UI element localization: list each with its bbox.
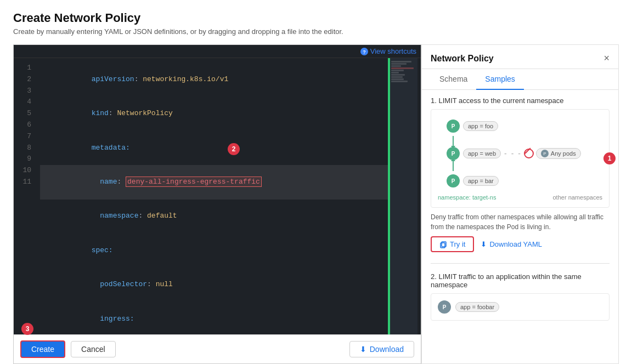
tab-samples[interactable]: Samples [476,69,523,90]
editor-accent [388,58,390,334]
sample-1-actions: Try it ⬇ Download YAML [431,236,610,252]
view-shortcuts-link[interactable]: ? View shortcuts [360,47,416,55]
pod-bar-p-icon: P [447,174,460,187]
arrow-foo-web [453,136,454,147]
panel-header: Network Policy × [422,45,618,69]
divider [431,263,610,264]
ns-other-label: other namespaces [553,194,603,201]
sample-1-desc: Deny traffic from other namespaces while… [431,212,610,232]
pod-foo-label: app = foo [463,121,498,131]
no-entry-icon [524,149,534,158]
sample-1-diagram: P app = foo P app = web [431,109,610,208]
pod-web-label: app = web [463,149,501,158]
download-button[interactable]: ⬇ Download [349,341,414,357]
panel-body: 1. LIMIT access to the current namespace… [422,90,618,363]
code-line-7: podSelector: null [40,268,416,302]
code-line-5: namespace: default [40,200,416,234]
copy-icon [439,241,447,248]
line-numbers: 1 2 3 4 5 6 7 8 9 10 11 [14,58,36,334]
panel-title: Network Policy [431,54,494,64]
arrow-bar-web [453,160,454,171]
page-title: Create Network Policy [13,11,619,25]
minimap [390,58,417,334]
pod-foo: P app = foo [447,120,498,133]
sample-2-diagram: P app = foobar [431,293,610,321]
main-content: ? View shortcuts 1 2 3 4 5 6 7 8 9 10 [13,44,619,364]
panel-tabs: Schema Samples [422,69,618,90]
editor-footer: Create Cancel ⬇ Download [14,334,421,363]
code-line-6: spec: [40,234,416,268]
view-shortcuts-label: View shortcuts [370,47,416,55]
code-line-2: kind: NetworkPolicy [40,96,416,130]
editor-section: ? View shortcuts 1 2 3 4 5 6 7 8 9 10 [13,44,421,364]
footer-left: Create Cancel [20,340,116,358]
pod-bar-label: app = bar [463,176,499,186]
right-panel: Network Policy × Schema Samples 1. LIMIT… [421,44,619,364]
ns-target-label: namespace: target-ns [438,194,496,201]
code-line-8: ingress: [40,302,416,334]
page-subtitle: Create by manually entering YAML or JSON… [13,27,619,36]
sample-item-1: 1. LIMIT access to the current namespace… [431,96,610,252]
cancel-button[interactable]: Cancel [71,341,116,357]
pod-gray-p-icon: P [438,300,451,314]
code-line-1: apiVersion: networking.k8s.io/v1 [40,62,416,96]
sample-1-title: 1. LIMIT access to the current namespace [431,96,610,105]
download-yaml-button[interactable]: ⬇ Download YAML [481,240,542,248]
try-it-button[interactable]: Try it [431,236,474,252]
pod-bar: P app = bar [447,174,499,187]
download-icon: ⬇ [360,345,366,354]
code-line-4: name: deny-all-ingress-egress-traffic [40,165,416,199]
svg-text:?: ? [363,49,366,55]
editor-topbar: ? View shortcuts [14,45,421,58]
ns-labels: namespace: target-ns other namespaces [438,194,602,201]
question-icon: ? [360,48,368,55]
download-label: Download [370,345,404,354]
tab-schema[interactable]: Schema [431,69,476,90]
pod-foobar-label: app = foobar [455,302,499,312]
editor-body: 1 2 3 4 5 6 7 8 9 10 11 apiVersion: netw… [14,58,421,334]
badge-3: 3 [21,323,33,335]
code-editor[interactable]: apiVersion: networking.k8s.io/v1 kind: N… [36,58,421,334]
sample-2-title: 2. LIMIT traffic to an application withi… [431,272,610,289]
page-header: Create Network Policy Create by manually… [13,11,619,36]
badge-1: 1 [603,152,616,164]
page-container: Create Network Policy Create by manually… [0,0,632,364]
close-button[interactable]: × [603,53,610,64]
pod-p-icon: P [447,120,460,133]
badge-2: 2 [228,143,240,155]
create-button[interactable]: Create [20,340,65,358]
any-pods-label: P Any pods [536,148,581,159]
sample-item-2: 2. LIMIT traffic to an application withi… [431,272,610,321]
